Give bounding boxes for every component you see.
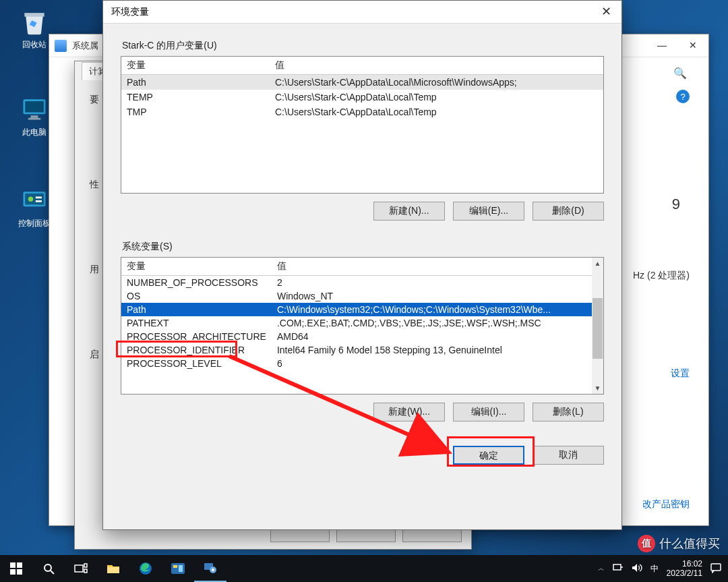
system-vars-label: 系统变量(S) xyxy=(122,241,604,253)
tray-volume-icon[interactable] xyxy=(632,563,642,575)
svg-rect-11 xyxy=(17,562,22,568)
table-row[interactable]: PATHEXT.COM;.EXE;.BAT;.CMD;.VBS;.VBE;.JS… xyxy=(121,316,592,330)
svg-rect-16 xyxy=(75,565,83,572)
monitor-icon xyxy=(20,94,49,124)
control-panel-icon xyxy=(20,185,49,215)
taskbar-app-generic[interactable] xyxy=(162,555,194,582)
close-button[interactable]: ✕ xyxy=(677,34,708,56)
taskbar: ︿ 中 16:02 2023/2/11 xyxy=(0,555,728,582)
svg-rect-3 xyxy=(28,118,40,120)
link-change-product-key[interactable]: 改产品密钥 xyxy=(642,498,690,511)
table-row[interactable]: NUMBER_OF_PROCESSORS2 xyxy=(121,276,592,290)
window-title: 系统属 xyxy=(72,40,98,52)
svg-point-14 xyxy=(44,564,51,571)
svg-rect-10 xyxy=(10,562,16,568)
svg-rect-1 xyxy=(25,101,44,113)
tray-ime[interactable]: 中 xyxy=(650,563,659,575)
stub-label: 要 xyxy=(90,94,99,106)
cancel-button[interactable]: 取消 xyxy=(533,446,604,465)
task-view-button[interactable] xyxy=(65,555,97,582)
edit-user-var-button[interactable]: 编辑(E)... xyxy=(453,202,524,221)
start-button[interactable] xyxy=(0,555,32,582)
svg-rect-12 xyxy=(10,569,16,575)
watermark-text: 什么值得买 xyxy=(659,535,720,552)
svg-rect-29 xyxy=(711,564,721,571)
edit-system-var-button[interactable]: 编辑(I)... xyxy=(453,403,524,421)
table-row[interactable]: TEMPC:\Users\Stark-C\AppData\Local\Temp xyxy=(121,90,603,105)
tray-notifications-icon[interactable] xyxy=(710,562,721,575)
ok-button[interactable]: 确定 xyxy=(453,446,524,465)
svg-rect-8 xyxy=(36,200,42,202)
col-header-val[interactable]: 值 xyxy=(272,258,592,276)
svg-rect-19 xyxy=(107,567,119,573)
svg-rect-27 xyxy=(613,564,621,570)
taskbar-app-remote[interactable] xyxy=(194,555,226,582)
dialog-title: 环境变量 xyxy=(111,6,149,18)
stub-label: 启 xyxy=(90,349,99,361)
search-button[interactable] xyxy=(32,555,65,582)
stub-label: 用 xyxy=(90,264,99,276)
svg-rect-22 xyxy=(173,565,177,568)
svg-rect-5 xyxy=(25,194,44,205)
table-row[interactable]: PathC:\Users\Stark-C\AppData\Local\Micro… xyxy=(121,75,603,90)
svg-rect-2 xyxy=(31,115,38,118)
scrollbar[interactable]: ▲ ▼ xyxy=(592,258,603,394)
table-row[interactable]: PROCESSOR_ARCHITECTUREAMD64 xyxy=(121,330,592,343)
stub-label: 性 xyxy=(90,179,99,191)
delete-system-var-button[interactable]: 删除(L) xyxy=(533,403,604,421)
system-vars-list[interactable]: ▲ ▼ 变量值 NUMBER_OF_PROCESSORS2 OSWindows_… xyxy=(121,257,604,395)
minimize-button[interactable]: — xyxy=(646,34,677,56)
svg-point-26 xyxy=(212,569,214,571)
taskbar-app-edge[interactable] xyxy=(129,555,162,582)
recycle-bin-icon xyxy=(20,7,49,36)
svg-rect-18 xyxy=(84,569,87,573)
processor-hz: Hz (2 处理器) xyxy=(633,270,690,282)
table-row[interactable]: TMPC:\Users\Stark-C\AppData\Local\Temp xyxy=(121,105,603,119)
tray-network-icon[interactable] xyxy=(613,563,624,575)
watermark-logo-icon: 值 xyxy=(638,535,655,552)
table-row-selected[interactable]: PathC:\Windows\system32;C:\Windows;C:\Wi… xyxy=(121,303,592,316)
table-row[interactable]: PROCESSOR_IDENTIFIERIntel64 Family 6 Mod… xyxy=(121,343,592,357)
svg-point-6 xyxy=(28,197,33,202)
new-user-var-button[interactable]: 新建(N)... xyxy=(373,202,445,221)
svg-line-15 xyxy=(51,571,54,574)
scroll-thumb[interactable] xyxy=(593,298,603,359)
taskbar-app-explorer[interactable] xyxy=(97,555,129,582)
new-system-var-button[interactable]: 新建(W)... xyxy=(373,403,445,421)
svg-rect-7 xyxy=(36,197,42,199)
delete-user-var-button[interactable]: 删除(D) xyxy=(533,202,604,221)
close-button[interactable]: ✕ xyxy=(590,1,621,22)
dialog-environment-variables: 环境变量 ✕ Stark-C 的用户变量(U) 变量值 PathC:\Users… xyxy=(102,0,622,530)
tray-clock[interactable]: 16:02 2023/2/11 xyxy=(667,559,702,578)
link-settings[interactable]: 设置 xyxy=(671,368,690,380)
scroll-up-icon[interactable]: ▲ xyxy=(592,258,603,269)
user-vars-list[interactable]: 变量值 PathC:\Users\Stark-C\AppData\Local\M… xyxy=(121,56,604,194)
col-header-val[interactable]: 值 xyxy=(270,57,603,75)
table-row[interactable]: OSWindows_NT xyxy=(121,289,592,303)
tray-chevron-up-icon[interactable]: ︿ xyxy=(598,564,605,573)
table-row[interactable]: PROCESSOR_LEVEL6 xyxy=(121,357,592,370)
user-vars-label: Stark-C 的用户变量(U) xyxy=(122,40,604,52)
svg-rect-23 xyxy=(179,565,183,572)
scroll-down-icon[interactable]: ▼ xyxy=(592,382,603,394)
col-header-var[interactable]: 变量 xyxy=(121,258,272,276)
partial-text: 9 xyxy=(672,196,680,213)
svg-rect-13 xyxy=(17,569,22,575)
window-icon xyxy=(55,40,67,52)
svg-rect-17 xyxy=(84,564,87,567)
watermark: 值 什么值得买 xyxy=(638,535,720,552)
col-header-var[interactable]: 变量 xyxy=(121,57,270,75)
system-tray: ︿ 中 16:02 2023/2/11 xyxy=(598,559,728,578)
